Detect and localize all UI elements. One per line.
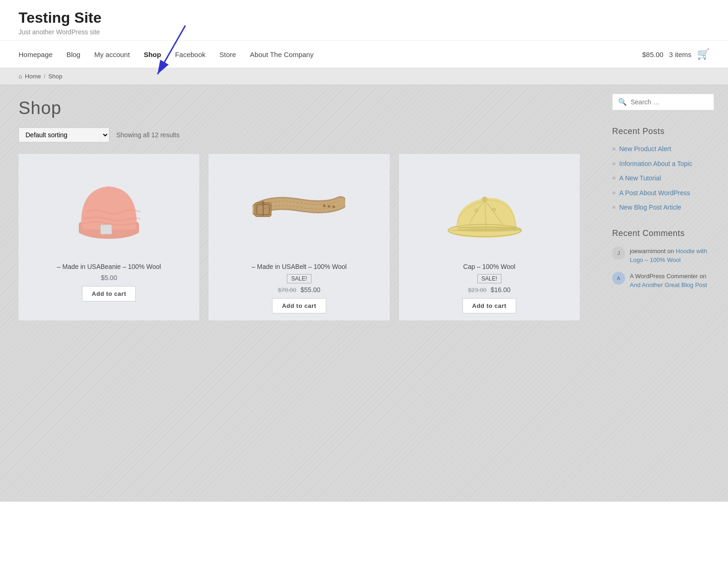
recent-post-tutorial[interactable]: A New Tutorial bbox=[619, 174, 661, 183]
sort-select[interactable]: Default sorting Sort by popularity Sort … bbox=[19, 128, 109, 142]
nav-homepage[interactable]: Homepage bbox=[19, 51, 52, 58]
product-card-belt: – Made in USABelt – 100% Wool SALE! $70.… bbox=[209, 154, 389, 320]
comment-on: on bbox=[667, 248, 676, 255]
comment-author: joewarnimont bbox=[630, 248, 665, 255]
list-item: ■ New Blog Post Article bbox=[612, 203, 714, 212]
comment-text: A WordPress Commenter on And Another Gre… bbox=[630, 272, 714, 290]
list-item: ■ Information About a Topic bbox=[612, 160, 714, 169]
nav-my-account[interactable]: My account bbox=[94, 51, 130, 58]
cart-items-count: 3 items bbox=[669, 51, 691, 58]
add-to-cart-beanie[interactable]: Add to cart bbox=[82, 286, 136, 301]
svg-rect-12 bbox=[262, 201, 264, 206]
comment-item: J joewarnimont on Hoodie with Logo – 100… bbox=[612, 247, 714, 265]
product-image-beanie bbox=[25, 163, 192, 256]
product-price-belt: $70.00 $55.00 bbox=[215, 286, 382, 294]
recent-post-new-product-alert[interactable]: New Product Alert bbox=[619, 145, 671, 154]
sale-badge-cap: SALE! bbox=[406, 274, 573, 286]
products-grid: – Made in USABeanie – 100% Wool $5.00 Ad… bbox=[19, 154, 580, 320]
recent-posts-section: Recent Posts ■ New Product Alert ■ Infor… bbox=[612, 127, 714, 212]
search-icon: 🔍 bbox=[618, 98, 627, 106]
sorting-bar: Default sorting Sort by popularity Sort … bbox=[19, 128, 580, 142]
results-count: Showing all 12 results bbox=[116, 131, 179, 139]
comment-post-link-2[interactable]: And Another Great Blog Post bbox=[630, 281, 707, 288]
nav-facebook[interactable]: Facebook bbox=[175, 51, 206, 58]
product-image-belt bbox=[215, 163, 382, 256]
recent-posts-title: Recent Posts bbox=[612, 127, 714, 136]
post-bullet-icon: ■ bbox=[612, 190, 615, 197]
comment-item: A A WordPress Commenter on And Another G… bbox=[612, 272, 714, 290]
avatar: J bbox=[612, 247, 625, 260]
nav-shop[interactable]: Shop bbox=[144, 51, 161, 58]
shop-title: Shop bbox=[19, 98, 580, 118]
comment-text: joewarnimont on Hoodie with Logo – 100% … bbox=[630, 247, 714, 265]
breadcrumb: ⌂ Home / Shop bbox=[0, 68, 728, 84]
svg-point-8 bbox=[332, 205, 335, 208]
home-icon: ⌂ bbox=[19, 73, 22, 80]
comment-on: on bbox=[700, 273, 706, 280]
recent-post-information[interactable]: Information About a Topic bbox=[619, 160, 692, 169]
breadcrumb-home[interactable]: Home bbox=[25, 73, 41, 80]
post-bullet-icon: ■ bbox=[612, 160, 615, 167]
svg-point-6 bbox=[323, 204, 326, 207]
search-box: 🔍 bbox=[612, 94, 714, 110]
list-item: ■ A New Tutorial bbox=[612, 174, 714, 183]
shop-sidebar: 🔍 Recent Posts ■ New Product Alert ■ Inf… bbox=[598, 84, 728, 502]
product-price-cap: $23.00 $16.00 bbox=[406, 286, 573, 294]
nav-about[interactable]: About The Company bbox=[250, 51, 313, 58]
product-card-beanie: – Made in USABeanie – 100% Wool $5.00 Ad… bbox=[19, 154, 199, 320]
cart-icon[interactable]: 🛒 bbox=[697, 48, 709, 60]
product-image-cap bbox=[406, 163, 573, 256]
recent-post-blog-article[interactable]: New Blog Post Article bbox=[619, 203, 681, 212]
site-title: Testing Site bbox=[19, 9, 709, 26]
recent-post-wordpress[interactable]: A Post About WordPress bbox=[619, 189, 690, 198]
nav-store[interactable]: Store bbox=[220, 51, 236, 58]
product-name-cap: Cap – 100% Wool bbox=[406, 263, 573, 270]
add-to-cart-belt[interactable]: Add to cart bbox=[272, 298, 326, 313]
product-card-cap: Cap – 100% Wool SALE! $23.00 $16.00 Add … bbox=[399, 154, 580, 320]
cart-total: $85.00 bbox=[642, 51, 664, 58]
svg-point-7 bbox=[328, 205, 330, 208]
list-item: ■ New Product Alert bbox=[612, 145, 714, 154]
post-bullet-icon: ■ bbox=[612, 146, 615, 153]
product-name-belt: – Made in USABelt – 100% Wool bbox=[215, 263, 382, 270]
search-input[interactable] bbox=[631, 98, 708, 106]
breadcrumb-current: Shop bbox=[48, 73, 62, 80]
recent-comments-section: Recent Comments J joewarnimont on Hoodie… bbox=[612, 229, 714, 290]
product-price-beanie: $5.00 bbox=[25, 274, 192, 281]
main-nav: Homepage Blog My account Shop Facebook S… bbox=[0, 41, 728, 68]
product-name-beanie: – Made in USABeanie – 100% Wool bbox=[25, 263, 192, 270]
nav-blog[interactable]: Blog bbox=[66, 51, 80, 58]
post-bullet-icon: ■ bbox=[612, 175, 615, 182]
site-tagline: Just another WordPress site bbox=[19, 28, 709, 36]
avatar: A bbox=[612, 272, 625, 285]
add-to-cart-cap[interactable]: Add to cart bbox=[462, 298, 516, 313]
comment-author: A WordPress Commenter bbox=[630, 273, 698, 280]
svg-rect-5 bbox=[101, 225, 112, 234]
post-bullet-icon: ■ bbox=[612, 204, 615, 211]
recent-comments-title: Recent Comments bbox=[612, 229, 714, 238]
breadcrumb-separator: / bbox=[44, 73, 46, 80]
list-item: ■ A Post About WordPress bbox=[612, 189, 714, 198]
sale-badge-belt: SALE! bbox=[215, 274, 382, 286]
